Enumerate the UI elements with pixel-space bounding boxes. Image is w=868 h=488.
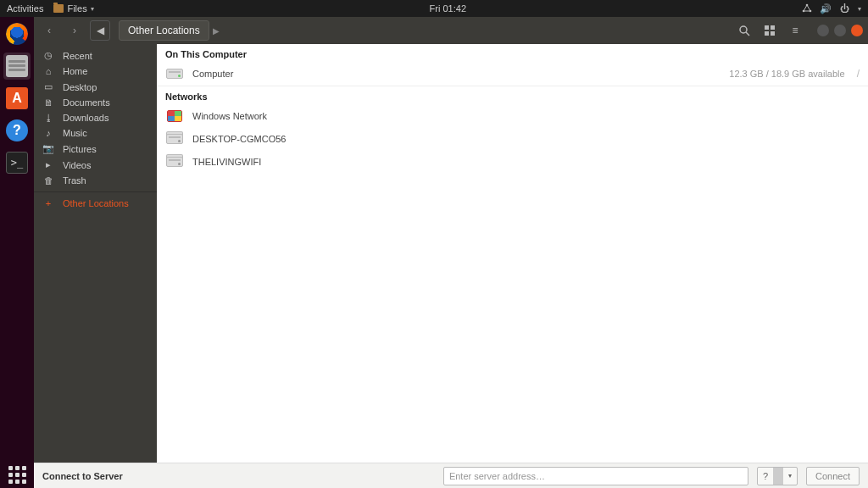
sidebar-item-videos[interactable]: ▸Videos (34, 157, 157, 173)
connect-server-label: Connect to Server (42, 471, 123, 481)
server-icon (165, 131, 184, 147)
dock-software[interactable]: A (3, 85, 31, 112)
volume-icon[interactable]: 🔊 (821, 3, 831, 14)
question-icon: ? (758, 471, 773, 481)
location-row-computer[interactable]: Computer 12.3 GB / 18.9 GB available / (157, 63, 868, 86)
home-icon: ⌂ (42, 66, 54, 76)
sidebar-item-recent[interactable]: ◷Recent (34, 47, 157, 64)
show-applications[interactable] (3, 461, 31, 488)
row-meta: 12.3 GB / 18.9 GB available (729, 69, 844, 79)
section-header-computer: On This Computer (157, 44, 868, 63)
apps-grid-icon (6, 463, 28, 485)
path-toggle-button[interactable]: ◀ (90, 20, 110, 41)
video-icon: ▸ (42, 159, 54, 170)
sidebar-item-label: Pictures (63, 144, 97, 154)
document-icon: 🗎 (42, 97, 54, 108)
dock-terminal[interactable]: >_ (3, 149, 31, 176)
clock[interactable]: Fri 01:42 (94, 3, 802, 14)
help-icon: ? (6, 119, 28, 141)
server-icon (165, 154, 184, 169)
row-label: THELIVINGWIFI (192, 157, 261, 167)
app-name-label: Files (67, 3, 86, 14)
windows-network-icon (165, 108, 184, 124)
plus-icon: + (42, 198, 54, 208)
chevron-right-icon: ▶ (211, 26, 221, 36)
server-address-input[interactable] (443, 467, 748, 485)
sidebar-item-label: Videos (63, 160, 91, 170)
svg-rect-8 (771, 31, 775, 36)
forward-button[interactable]: › (64, 20, 85, 41)
download-icon: ⭳ (42, 113, 54, 123)
files-icon (6, 55, 28, 77)
sidebar-item-trash[interactable]: 🗑Trash (34, 173, 157, 188)
section-header-networks: Networks (157, 86, 868, 105)
terminal-icon: >_ (6, 152, 28, 174)
close-button[interactable] (851, 25, 863, 36)
svg-rect-5 (765, 25, 769, 30)
drive-icon (165, 66, 184, 81)
sidebar-item-label: Trash (63, 175, 86, 186)
dock-firefox[interactable] (3, 20, 31, 47)
sidebar-item-label: Desktop (63, 82, 97, 92)
clock-icon: ◷ (42, 50, 54, 61)
sidebar-item-label: Other Locations (63, 198, 129, 208)
server-hint-button[interactable]: ?▾ (757, 467, 798, 485)
folder-icon (53, 4, 64, 13)
row-mount: / (857, 68, 860, 80)
software-icon: A (6, 87, 28, 109)
breadcrumb: Other Locations ▶ (119, 20, 221, 41)
activities-button[interactable]: Activities (7, 3, 43, 14)
app-menu[interactable]: Files ▾ (53, 3, 93, 14)
launcher-dock: A ? >_ (0, 17, 34, 488)
breadcrumb-item[interactable]: Other Locations (119, 20, 209, 41)
sidebar-item-label: Home (63, 66, 87, 76)
chevron-down-icon[interactable]: ▾ (858, 5, 861, 13)
sidebar-item-desktop[interactable]: ▭Desktop (34, 79, 157, 95)
power-icon[interactable]: ⏻ (839, 3, 849, 14)
desktop-icon: ▭ (42, 81, 54, 92)
connect-button[interactable]: Connect (806, 467, 860, 485)
network-icon[interactable] (802, 3, 812, 14)
back-button[interactable]: ‹ (39, 20, 59, 41)
sidebar-item-label: Recent (63, 51, 92, 61)
dock-files[interactable] (3, 53, 31, 80)
minimize-button[interactable] (817, 25, 829, 36)
music-icon: ♪ (42, 128, 54, 138)
sidebar-item-label: Music (63, 128, 87, 138)
sidebar-item-label: Downloads (63, 113, 108, 123)
sidebar-item-documents[interactable]: 🗎Documents (34, 95, 157, 110)
sidebar-item-home[interactable]: ⌂Home (34, 64, 157, 79)
location-row-network[interactable]: THELIVINGWIFI (157, 151, 868, 174)
content-area: On This Computer Computer 12.3 GB / 18.9… (157, 44, 868, 463)
svg-point-3 (740, 26, 747, 33)
sidebar-item-downloads[interactable]: ⭳Downloads (34, 110, 157, 125)
maximize-button[interactable] (834, 25, 846, 36)
row-label: DESKTOP-CGMCO56 (192, 134, 286, 144)
search-button[interactable] (734, 20, 754, 41)
trash-icon: 🗑 (42, 175, 54, 186)
sidebar-item-label: Documents (63, 97, 110, 108)
svg-rect-6 (771, 25, 775, 30)
row-label: Computer (192, 69, 233, 79)
window-headerbar: ‹ › ◀ Other Locations ▶ ≡ (34, 17, 868, 44)
svg-line-4 (746, 32, 749, 36)
hamburger-menu[interactable]: ≡ (785, 20, 805, 41)
sidebar-item-other-locations[interactable]: +Other Locations (34, 196, 157, 211)
row-label: Windows Network (192, 111, 267, 121)
gnome-topbar: Activities Files ▾ Fri 01:42 🔊 ⏻ ▾ (0, 0, 868, 17)
files-window: ‹ › ◀ Other Locations ▶ ≡ ◷Recent ⌂Home … (34, 17, 868, 488)
sidebar-item-pictures[interactable]: 📷Pictures (34, 141, 157, 157)
location-row-network[interactable]: DESKTOP-CGMCO56 (157, 128, 868, 151)
connect-server-bar: Connect to Server ?▾ Connect (34, 463, 868, 488)
chevron-down-icon: ▾ (783, 472, 797, 480)
camera-icon: 📷 (42, 143, 54, 154)
svg-rect-7 (765, 31, 769, 36)
firefox-icon (6, 23, 28, 45)
dock-help[interactable]: ? (3, 117, 31, 144)
sidebar-item-music[interactable]: ♪Music (34, 125, 157, 141)
view-toggle-button[interactable] (760, 20, 780, 41)
places-sidebar: ◷Recent ⌂Home ▭Desktop 🗎Documents ⭳Downl… (34, 44, 157, 463)
location-row-network[interactable]: Windows Network (157, 105, 868, 128)
